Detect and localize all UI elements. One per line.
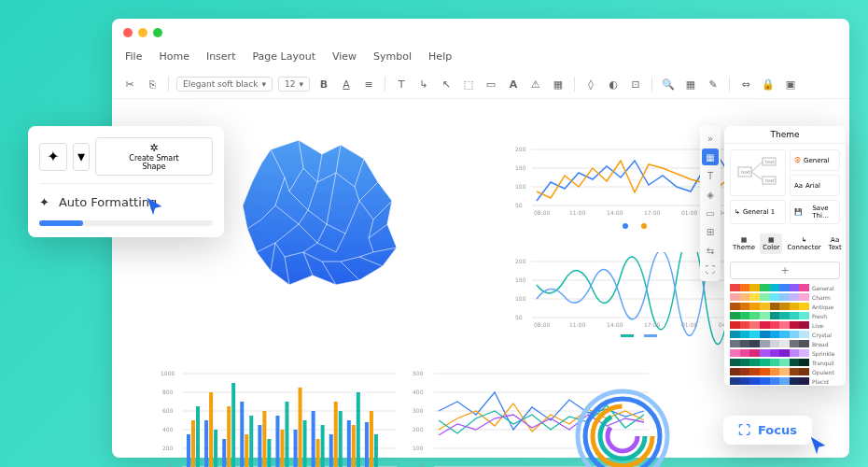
- auto-formatting-button[interactable]: ✦ Auto Formatting: [39, 191, 213, 213]
- svg-rect-45: [191, 420, 195, 467]
- format-slider[interactable]: [39, 220, 213, 226]
- minimize-icon[interactable]: [138, 28, 147, 37]
- arrange-icon[interactable]: ⇆: [702, 242, 719, 259]
- image-icon[interactable]: ▭: [483, 76, 499, 92]
- zoom-icon[interactable]: 🔍: [660, 76, 677, 92]
- svg-rect-63: [299, 388, 302, 467]
- svg-rect-44: [187, 434, 190, 467]
- bold-icon[interactable]: B: [315, 76, 332, 92]
- tab-connector[interactable]: ↳Connector: [784, 234, 823, 254]
- font-size-select[interactable]: 12▾: [278, 77, 310, 92]
- svg-text:200: 200: [162, 445, 174, 451]
- palette-live[interactable]: Live: [724, 320, 846, 330]
- text-tool-icon[interactable]: T: [393, 76, 410, 92]
- palette-placid[interactable]: Placid: [724, 376, 846, 386]
- menu-view[interactable]: View: [332, 50, 357, 63]
- svg-rect-66: [316, 439, 320, 467]
- dropdown-icon[interactable]: ▾: [73, 143, 90, 171]
- palette-antique[interactable]: Antique: [724, 302, 846, 311]
- add-theme-button[interactable]: +: [730, 262, 840, 279]
- bar-chart[interactable]: 10008006004002000: [159, 364, 401, 467]
- svg-rect-60: [280, 430, 284, 467]
- warning-icon[interactable]: ⚠: [527, 76, 544, 92]
- svg-text:0: 0: [420, 463, 424, 467]
- focus-button[interactable]: ⛶ Focus: [723, 416, 812, 445]
- svg-point-14: [623, 223, 628, 229]
- ring-chart[interactable]: [569, 383, 677, 467]
- menu-help[interactable]: Help: [428, 50, 452, 63]
- menu-home[interactable]: Home: [159, 50, 189, 63]
- palette-general[interactable]: General: [724, 283, 846, 292]
- shape-annotation-icon[interactable]: A: [505, 76, 522, 92]
- window-controls: [112, 19, 849, 47]
- svg-text:14:00: 14:00: [607, 321, 623, 328]
- theme-icon[interactable]: ◐: [605, 76, 622, 92]
- grid-tool-icon[interactable]: ▦: [702, 149, 719, 165]
- palette-charm[interactable]: Charm: [724, 292, 846, 302]
- pointer-icon[interactable]: ↖: [438, 76, 455, 92]
- svg-rect-56: [258, 425, 261, 467]
- svg-text:08:00: 08:00: [534, 321, 550, 328]
- theme-general1[interactable]: ↳General 1: [730, 200, 786, 224]
- font-color-icon[interactable]: A: [338, 76, 355, 92]
- svg-text:800: 800: [162, 389, 174, 395]
- expand-icon[interactable]: »: [702, 130, 719, 147]
- lock-icon[interactable]: 🔒: [760, 76, 777, 92]
- spark-icon[interactable]: ✦: [39, 143, 67, 171]
- theme-panel-title: Theme: [724, 126, 846, 144]
- svg-rect-73: [357, 392, 360, 467]
- menu-file[interactable]: File: [125, 50, 142, 63]
- svg-text:17:00: 17:00: [644, 209, 660, 216]
- map-shape[interactable]: [233, 131, 420, 299]
- svg-rect-48: [209, 392, 213, 467]
- svg-rect-65: [312, 411, 315, 467]
- svg-rect-71: [347, 420, 351, 467]
- cut-icon[interactable]: ✂: [121, 76, 138, 92]
- theme-save[interactable]: 💾Save Thi...: [790, 200, 840, 224]
- auto-formatting-card: ✦ ▾ ✲ Create Smart Shape ✦ Auto Formatti…: [28, 126, 224, 237]
- crop-icon[interactable]: ⊡: [627, 76, 644, 92]
- tab-theme[interactable]: ▦Theme: [730, 234, 758, 254]
- maximize-icon[interactable]: [153, 28, 162, 37]
- font-select[interactable]: Elegant soft black▾: [176, 77, 273, 92]
- settings-icon[interactable]: ⊞: [702, 223, 719, 240]
- tab-text[interactable]: AaText: [826, 234, 845, 254]
- layer-icon[interactable]: ⬚: [460, 76, 477, 92]
- connector-icon[interactable]: ↳: [415, 76, 432, 92]
- svg-text:50: 50: [515, 314, 523, 320]
- grid-icon[interactable]: ▦: [682, 76, 699, 92]
- palette-opulent[interactable]: Opulent: [724, 367, 846, 376]
- svg-rect-69: [334, 402, 338, 467]
- palette-fresh[interactable]: Fresh: [724, 311, 846, 320]
- text-tool-icon[interactable]: T: [702, 167, 719, 184]
- svg-text:400: 400: [413, 389, 424, 395]
- tab-color[interactable]: ▦Color: [760, 234, 782, 254]
- export-icon[interactable]: ▣: [782, 76, 799, 92]
- palette-broad[interactable]: Broad: [724, 339, 846, 348]
- expand-full-icon[interactable]: ⛶: [702, 261, 719, 277]
- palette-crystal[interactable]: Crystal: [724, 330, 846, 339]
- svg-text:1000: 1000: [161, 370, 175, 376]
- svg-rect-49: [214, 430, 217, 467]
- palette-tranquil[interactable]: Tranquil: [724, 358, 846, 367]
- create-smart-shape-button[interactable]: ✲ Create Smart Shape: [95, 137, 213, 176]
- menu-page-layout[interactable]: Page Layout: [252, 50, 315, 63]
- svg-text:01:00: 01:00: [681, 321, 697, 328]
- svg-rect-31: [644, 334, 657, 337]
- pen-icon[interactable]: ✎: [705, 76, 721, 92]
- table-icon[interactable]: ▦: [550, 76, 567, 92]
- theme-preview[interactable]: texttexttext: [730, 149, 786, 196]
- svg-rect-47: [204, 420, 208, 467]
- copy-icon[interactable]: ⎘: [144, 76, 161, 92]
- close-icon[interactable]: [123, 28, 133, 37]
- fill-icon[interactable]: ◊: [582, 76, 599, 92]
- distribute-icon[interactable]: ⇔: [737, 76, 754, 92]
- palette-sprinkle[interactable]: Sprinkle: [724, 348, 846, 358]
- menu-insert[interactable]: Insert: [206, 50, 236, 63]
- page-icon[interactable]: ▭: [702, 205, 719, 221]
- layers-icon[interactable]: ◈: [702, 186, 719, 203]
- align-icon[interactable]: ≡: [360, 76, 377, 92]
- theme-arial[interactable]: AaArial: [790, 175, 840, 196]
- theme-general[interactable]: ⦿General: [790, 149, 840, 171]
- menu-symbol[interactable]: Symbol: [373, 50, 412, 63]
